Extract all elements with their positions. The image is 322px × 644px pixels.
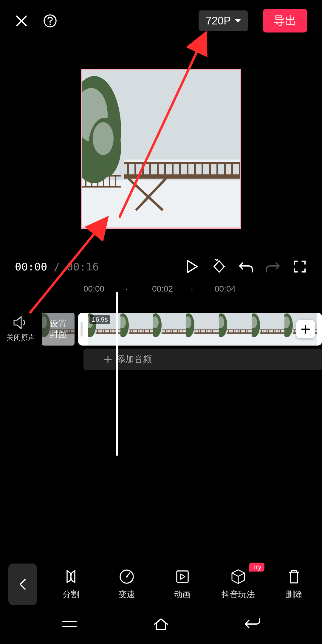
tool-animation[interactable]: 动画 (154, 569, 210, 600)
tool-speed[interactable]: 变速 (99, 569, 154, 600)
add-audio-label: 添加音频 (116, 353, 152, 366)
undo-icon (239, 260, 253, 273)
mute-label: 关闭原声 (7, 333, 35, 342)
play-button[interactable] (185, 259, 200, 274)
clip-thumb (120, 313, 153, 346)
preview-frame (81, 69, 241, 229)
clip-thumb (252, 313, 284, 346)
speaker-icon (13, 316, 28, 329)
mute-button[interactable] (13, 316, 28, 330)
close-icon (15, 14, 28, 27)
video-clip[interactable]: 16.9s (78, 313, 322, 346)
playhead[interactable] (116, 292, 118, 456)
sys-back-button[interactable] (244, 617, 261, 632)
resolution-selector[interactable]: 720P (199, 10, 248, 31)
keyframe-button[interactable]: + (212, 259, 227, 274)
svg-point-51 (49, 23, 51, 24)
menu-icon (61, 618, 78, 630)
trash-icon (286, 569, 302, 585)
ruler-mark: 00:02 (152, 284, 173, 294)
sys-home-button[interactable] (152, 617, 170, 633)
cube-icon (230, 569, 246, 585)
ruler-mark: 00:04 (215, 284, 236, 294)
speed-icon (119, 569, 135, 585)
close-button[interactable] (15, 14, 28, 27)
play-icon (186, 260, 198, 273)
tool-split[interactable]: 分割 (43, 569, 99, 600)
svg-point-54 (126, 576, 128, 578)
time-display: 00:00 / 00:16 (15, 261, 99, 273)
sys-back-icon (244, 617, 261, 631)
ruler-mark: · (191, 284, 193, 294)
add-clip-button[interactable] (296, 320, 315, 338)
try-badge: Try (249, 563, 264, 572)
split-icon (63, 569, 79, 585)
preview-canvas[interactable] (23, 47, 299, 250)
help-button[interactable] (43, 14, 57, 28)
clip-thumb (153, 313, 186, 346)
clip-duration-badge: 16.9s (89, 315, 110, 324)
set-cover-button[interactable]: 设置 封面 (42, 313, 75, 346)
timeline-ruler[interactable]: 00:00 · 00:02 · 00:04 (0, 283, 322, 295)
fullscreen-button[interactable] (292, 259, 307, 274)
clip-handle-left[interactable] (80, 322, 83, 337)
export-button[interactable]: 导出 (263, 9, 307, 32)
preview-image (82, 70, 241, 229)
clip-thumbnails (88, 313, 318, 346)
ruler-mark: 00:00 (83, 284, 104, 294)
sys-menu-button[interactable] (61, 618, 78, 631)
svg-text:+: + (216, 259, 219, 263)
redo-button[interactable] (265, 259, 280, 274)
ruler-mark: · (125, 284, 128, 294)
redo-icon (265, 260, 280, 273)
total-time: 00:16 (66, 261, 99, 273)
undo-button[interactable] (239, 259, 253, 274)
svg-rect-55 (177, 571, 188, 582)
plus-icon (104, 355, 112, 363)
clip-thumb (219, 313, 252, 346)
home-icon (152, 617, 170, 631)
plus-icon (301, 324, 311, 334)
tool-delete[interactable]: 删除 (266, 569, 322, 600)
animation-icon (174, 569, 191, 585)
clip-thumb (186, 313, 219, 346)
tool-douyin-effects[interactable]: Try 抖音玩法 (210, 569, 266, 600)
current-time: 00:00 (15, 261, 47, 273)
chevron-left-icon (18, 578, 27, 591)
resolution-value: 720P (206, 15, 231, 27)
help-icon (43, 14, 57, 28)
add-audio-button[interactable]: 添加音频 (83, 349, 322, 370)
back-button[interactable] (8, 564, 37, 605)
fullscreen-icon (293, 260, 306, 273)
keyframe-icon: + (212, 259, 227, 274)
